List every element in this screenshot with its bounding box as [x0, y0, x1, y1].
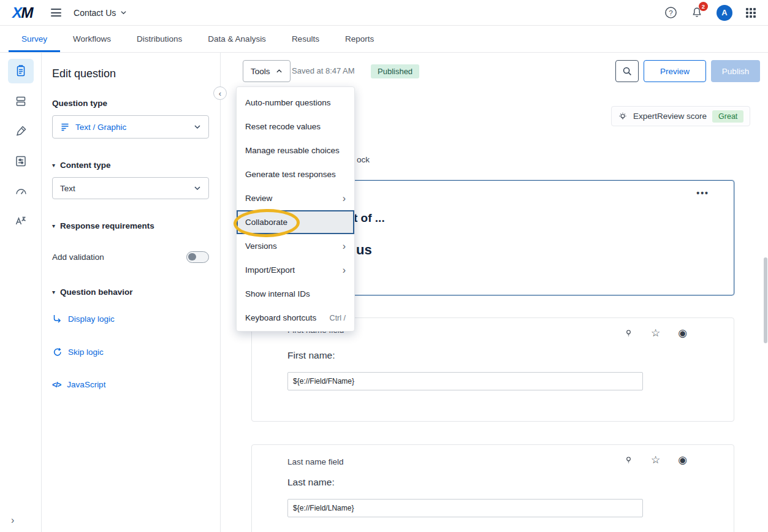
avatar[interactable]: A — [717, 5, 732, 21]
tools-button-label: Tools — [251, 67, 270, 76]
question-text-fragment-2: us — [356, 242, 372, 258]
menu-item-label: Import/Export — [245, 265, 295, 275]
question-card-icons: ☆ ◉ — [624, 455, 687, 465]
add-validation-label: Add validation — [52, 253, 104, 262]
search-button[interactable] — [615, 60, 639, 82]
question-type-select[interactable]: Text / Graphic — [52, 115, 209, 139]
expert-review-score-badge: Great — [712, 110, 743, 123]
rail-item-survey-options[interactable] — [8, 179, 34, 203]
notifications-button[interactable]: 2 — [691, 6, 703, 19]
star-icon[interactable]: ☆ — [651, 455, 660, 465]
qualtrics-survey-editor: XM Contact Us ? 2 A Survey Workflows Dis… — [0, 0, 768, 532]
search-icon — [622, 66, 633, 77]
display-logic-label: Display logic — [68, 314, 115, 324]
project-switcher[interactable]: Contact Us — [74, 8, 127, 18]
menu-item-import-export[interactable]: Import/Export› — [237, 258, 354, 282]
lightbulb-idea-icon — [618, 112, 628, 121]
menu-item-label: Auto-number questions — [245, 98, 331, 107]
question-card-last-name[interactable]: Last name field ☆ ◉ Last name: — [251, 444, 734, 532]
expert-review-label: ExpertReview score — [633, 112, 707, 121]
star-icon[interactable]: ☆ — [651, 328, 660, 338]
first-name-input[interactable] — [287, 372, 643, 390]
rail-item-translations[interactable] — [8, 209, 34, 234]
submenu-arrow-icon: › — [343, 265, 346, 275]
menu-item-reset-recode-values[interactable]: Reset recode values — [237, 115, 354, 139]
content-type-value: Text — [60, 184, 75, 193]
panel-collapse-button[interactable]: ‹ — [213, 86, 227, 100]
display-logic-icon — [52, 314, 62, 324]
published-badge: Published — [371, 64, 419, 78]
project-nav-tabs: Survey Workflows Distributions Data & An… — [0, 26, 768, 53]
question-options-ellipsis-icon[interactable]: ••• — [696, 188, 709, 198]
question-behavior-section-header[interactable]: ▾ Question behavior — [52, 287, 209, 297]
menu-item-label: Show internal IDs — [245, 289, 310, 298]
last-name-input[interactable] — [287, 499, 643, 517]
svg-text:?: ? — [669, 9, 672, 17]
menu-item-label: Reset recode values — [245, 122, 321, 131]
chevron-up-icon — [276, 68, 283, 75]
translate-icon — [14, 215, 28, 228]
project-name: Contact Us — [74, 8, 116, 18]
response-requirements-section-header[interactable]: ▾ Response requirements — [52, 221, 209, 230]
question-name: Last name field — [287, 457, 344, 466]
tab-workflows[interactable]: Workflows — [60, 26, 124, 52]
help-icon: ? — [664, 6, 677, 19]
tab-survey[interactable]: Survey — [9, 26, 60, 52]
display-logic-link[interactable]: Display logic — [52, 314, 209, 324]
triangle-down-icon: ▾ — [52, 222, 55, 229]
preview-button[interactable]: Preview — [644, 60, 706, 82]
chevron-down-icon — [194, 184, 201, 192]
rail-item-survey-builder[interactable] — [8, 59, 34, 83]
tab-distributions[interactable]: Distributions — [124, 26, 195, 52]
content-type-section-header[interactable]: ▾ Content type — [52, 161, 209, 170]
lightbulb-icon[interactable] — [624, 329, 633, 338]
skip-logic-link[interactable]: Skip logic — [52, 347, 209, 357]
tools-dropdown-menu: Auto-number questions Reset recode value… — [236, 86, 355, 332]
question-behavior-label: Question behavior — [60, 287, 133, 297]
publish-button[interactable]: Publish — [711, 60, 760, 82]
lightbulb-icon[interactable] — [624, 455, 633, 465]
paintbrush-icon — [14, 124, 28, 138]
submenu-arrow-icon: › — [343, 241, 346, 251]
tab-data-analysis[interactable]: Data & Analysis — [195, 26, 279, 52]
menu-item-keyboard-shortcuts[interactable]: Keyboard shortcutsCtrl / — [237, 306, 354, 330]
logo-m: M — [21, 4, 33, 21]
text-graphic-icon — [60, 122, 70, 132]
hamburger-menu-icon[interactable] — [48, 6, 64, 19]
menu-item-label: Manage reusable choices — [245, 146, 340, 155]
menu-item-generate-test-responses[interactable]: Generate test responses — [237, 162, 354, 186]
javascript-label: JavaScript — [67, 380, 105, 389]
tab-results[interactable]: Results — [279, 26, 332, 52]
tools-button[interactable]: Tools — [243, 60, 291, 82]
add-validation-toggle[interactable] — [186, 251, 209, 263]
rail-item-survey-flow[interactable] — [8, 149, 34, 173]
apps-grid-icon[interactable] — [746, 8, 756, 18]
xm-logo[interactable]: XM — [12, 4, 32, 21]
question-text-fragment-1: t of ... — [354, 211, 385, 225]
vertical-scrollbar[interactable] — [764, 257, 767, 343]
rail-expand-button[interactable]: › — [11, 515, 14, 526]
rail-item-blocks[interactable] — [8, 89, 34, 113]
rail-item-look-and-feel[interactable] — [8, 119, 34, 143]
main-area: › Edit question Question type Text / Gra… — [0, 53, 768, 532]
add-validation-row: Add validation — [52, 251, 209, 263]
radio-selected-icon[interactable]: ◉ — [678, 328, 687, 338]
help-button[interactable]: ? — [664, 6, 677, 19]
question-card-first-name[interactable]: First name field ☆ ◉ First name: — [251, 317, 734, 422]
menu-item-label: Generate test responses — [245, 170, 336, 179]
tab-reports[interactable]: Reports — [332, 26, 387, 52]
menu-item-manage-reusable-choices[interactable]: Manage reusable choices — [237, 139, 354, 162]
menu-item-versions[interactable]: Versions› — [237, 234, 354, 258]
menu-item-show-internal-ids[interactable]: Show internal IDs — [237, 282, 354, 306]
toggle-knob — [188, 253, 196, 261]
panel-title: Edit question — [52, 67, 209, 80]
menu-item-collaborate[interactable]: Collaborate — [237, 210, 354, 234]
question-label: Last name: — [287, 477, 335, 488]
menu-item-label: Collaborate — [245, 218, 287, 227]
menu-item-auto-number-questions[interactable]: Auto-number questions — [237, 91, 354, 115]
radio-selected-icon[interactable]: ◉ — [678, 455, 687, 465]
content-type-select[interactable]: Text — [52, 177, 209, 199]
javascript-link[interactable]: </> JavaScript — [52, 380, 209, 389]
menu-item-review[interactable]: Review› — [237, 186, 354, 210]
expert-review-chip[interactable]: ExpertReview score Great — [611, 106, 750, 126]
